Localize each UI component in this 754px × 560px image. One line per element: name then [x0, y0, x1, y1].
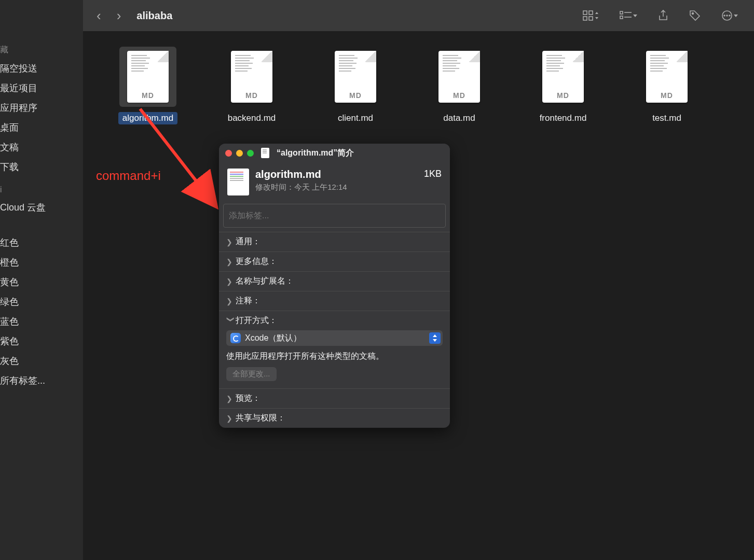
- chevron-down-icon: ❯: [227, 316, 235, 326]
- file-icon-wrap: MD: [431, 47, 488, 107]
- sidebar-tag-red[interactable]: 红色: [0, 233, 83, 253]
- file-item[interactable]: MDdata.md: [426, 47, 493, 124]
- file-badge: MD: [661, 91, 673, 100]
- sidebar-icloud-header: i: [0, 182, 83, 198]
- file-grid: MDalgorithm.mdMDbackend.mdMDclient.mdMDd…: [93, 47, 744, 124]
- back-button[interactable]: ‹: [93, 8, 104, 24]
- document-icon: [261, 148, 269, 158]
- section-open-with[interactable]: ❯打开方式：: [219, 311, 450, 330]
- sidebar-tag-blue[interactable]: 蓝色: [0, 312, 83, 331]
- section-sharing[interactable]: ❯共享与权限：: [219, 408, 450, 428]
- sidebar-item-recents[interactable]: 最近项目: [0, 78, 83, 98]
- zoom-icon[interactable]: [247, 150, 254, 157]
- sidebar-tag-purple[interactable]: 紫色: [0, 331, 83, 351]
- minimize-icon[interactable]: [236, 150, 243, 157]
- chevron-right-icon: ❯: [226, 414, 236, 423]
- open-with-body: Xcode（默认） 使用此应用程序打开所有这种类型的文稿。 全部更改...: [219, 330, 450, 388]
- chevron-right-icon: ❯: [226, 297, 236, 305]
- svg-rect-1: [589, 11, 593, 15]
- section-preview[interactable]: ❯预览：: [219, 388, 450, 408]
- sidebar-tag-yellow[interactable]: 黄色: [0, 272, 83, 292]
- md-file-icon: MD: [127, 51, 169, 103]
- chevron-right-icon: ❯: [226, 277, 236, 286]
- info-titlebar[interactable]: “algorithm.md”简介: [219, 144, 450, 162]
- info-size: 1KB: [424, 169, 442, 179]
- file-label: test.md: [648, 112, 686, 124]
- annotation-shortcut-text: command+i: [96, 169, 161, 183]
- chevron-right-icon: ❯: [226, 395, 236, 403]
- sidebar-tag-orange[interactable]: 橙色: [0, 253, 83, 272]
- sidebar-item-downloads[interactable]: 下载: [0, 157, 83, 177]
- sidebar-tag-green[interactable]: 绿色: [0, 292, 83, 312]
- open-with-app-label: Xcode（默认）: [245, 333, 301, 344]
- file-item[interactable]: MDclient.md: [322, 47, 389, 124]
- section-general[interactable]: ❯通用：: [219, 232, 450, 251]
- file-badge: MD: [349, 91, 362, 100]
- md-file-icon: MD: [231, 51, 272, 103]
- sidebar-item-documents[interactable]: 文稿: [0, 137, 83, 157]
- file-badge: MD: [453, 91, 465, 100]
- info-title: “algorithm.md”简介: [277, 148, 354, 159]
- file-item[interactable]: MDtest.md: [633, 47, 701, 124]
- svg-point-8: [692, 13, 694, 15]
- section-more-info[interactable]: ❯更多信息：: [219, 251, 450, 271]
- file-item[interactable]: MDbackend.md: [218, 47, 285, 124]
- md-file-icon: MD: [646, 51, 688, 103]
- svg-point-12: [729, 15, 730, 16]
- section-name-ext[interactable]: ❯名称与扩展名：: [219, 271, 450, 291]
- sidebar-all-tags[interactable]: 所有标签...: [0, 371, 83, 390]
- open-with-app-select[interactable]: Xcode（默认）: [226, 330, 443, 346]
- info-filename: algorithm.md: [255, 169, 424, 180]
- sidebar-item-airdrop[interactable]: 隔空投送: [0, 59, 83, 78]
- info-tags-field[interactable]: [223, 204, 446, 228]
- tag-icon[interactable]: [683, 9, 706, 22]
- section-comments[interactable]: ❯注释：: [219, 291, 450, 311]
- svg-rect-0: [583, 11, 587, 15]
- md-file-icon: MD: [335, 51, 376, 103]
- chevron-right-icon: ❯: [226, 238, 236, 246]
- more-icon[interactable]: [716, 9, 744, 22]
- file-icon-wrap: MD: [534, 47, 592, 107]
- file-icon-wrap: MD: [223, 47, 280, 107]
- change-all-button[interactable]: 全部更改...: [226, 367, 277, 381]
- sidebar-tag-gray[interactable]: 灰色: [0, 351, 83, 371]
- file-badge: MD: [245, 91, 258, 100]
- sidebar-item-desktop[interactable]: 桌面: [0, 118, 83, 137]
- close-icon[interactable]: [225, 150, 232, 157]
- file-icon-wrap: MD: [327, 47, 384, 107]
- xcode-icon: [230, 333, 241, 343]
- file-label: data.md: [439, 112, 479, 124]
- file-label: frontend.md: [536, 112, 591, 124]
- svg-rect-5: [620, 16, 623, 19]
- svg-point-10: [724, 15, 725, 16]
- info-header: algorithm.md 修改时间：今天 上午12:14 1KB: [219, 162, 450, 204]
- md-file-icon: MD: [438, 51, 480, 103]
- forward-button[interactable]: ›: [114, 8, 125, 24]
- file-icon-wrap: MD: [638, 47, 695, 107]
- folder-title: alibaba: [136, 10, 172, 22]
- svg-rect-2: [583, 17, 587, 20]
- tags-input[interactable]: [224, 204, 445, 227]
- share-icon[interactable]: [652, 9, 674, 22]
- open-with-description: 使用此应用程序打开所有这种类型的文稿。: [226, 351, 443, 362]
- file-label: algorithm.md: [118, 112, 177, 124]
- sidebar-item-applications[interactable]: 应用程序: [0, 98, 83, 118]
- view-icon-grid[interactable]: [577, 9, 605, 22]
- toolbar: ‹ › alibaba: [83, 0, 754, 31]
- svg-rect-3: [589, 17, 593, 20]
- file-label: client.md: [334, 112, 377, 124]
- file-icon-wrap: MD: [119, 47, 176, 107]
- file-item[interactable]: MDalgorithm.md: [114, 47, 182, 124]
- file-badge: MD: [142, 91, 154, 100]
- get-info-panel: “algorithm.md”简介 algorithm.md 修改时间：今天 上午…: [219, 144, 450, 428]
- updown-arrows-icon: [429, 332, 441, 344]
- file-item[interactable]: MDfrontend.md: [529, 47, 597, 124]
- info-modified: 修改时间：今天 上午12:14: [255, 183, 424, 192]
- group-icon[interactable]: [614, 9, 643, 22]
- sidebar: 藏 隔空投送 最近项目 应用程序 桌面 文稿 下载 i Cloud 云盘 红色 …: [0, 0, 83, 560]
- file-label: backend.md: [224, 112, 280, 124]
- md-file-icon: MD: [542, 51, 584, 103]
- sidebar-item-icloud-drive[interactable]: Cloud 云盘: [0, 198, 83, 217]
- file-badge: MD: [557, 91, 569, 100]
- svg-rect-4: [620, 11, 623, 14]
